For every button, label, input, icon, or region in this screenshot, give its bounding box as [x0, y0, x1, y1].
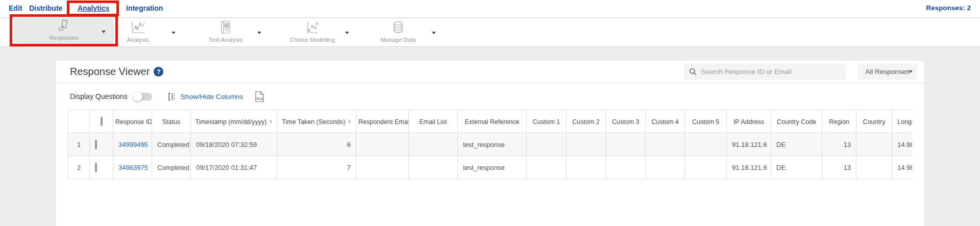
header-custom5: Custom 5	[685, 110, 727, 133]
responses-filter-dropdown[interactable]: All Responses	[857, 63, 917, 80]
toolbar-item-responses[interactable]: Responses	[14, 17, 114, 44]
columns-icon[interactable]	[167, 92, 177, 101]
table-row: 2 34983975 Completed 09/17/2020 01:31:47…	[68, 156, 913, 179]
header-timestamp[interactable]: Timestamp (mm/dd/yyyy)▲▼	[191, 110, 277, 133]
header-select-all	[90, 110, 113, 133]
header-ip-address: IP Address	[727, 110, 771, 133]
search-icon	[689, 68, 697, 76]
email-list-cell	[409, 133, 458, 156]
country-code-cell: DE	[771, 156, 822, 179]
country-code-cell: DE	[771, 133, 822, 156]
nav-tab-edit[interactable]: Edit	[9, 4, 22, 12]
header-response-id[interactable]: Response ID▲▼	[113, 110, 152, 133]
table-header-row: Response ID▲▼ Status Timestamp (mm/dd/yy…	[68, 110, 913, 133]
search-box[interactable]	[684, 63, 846, 80]
time-taken-cell: 7	[277, 156, 356, 179]
sort-icon[interactable]: ▲▼	[269, 119, 272, 123]
header-longitude: Longitude	[892, 110, 913, 133]
header-custom3: Custom 3	[606, 110, 646, 133]
custom5-cell	[685, 133, 727, 156]
toolbar-item-manage-data[interactable]: Manage Data	[365, 19, 431, 45]
row-select-cell	[90, 133, 113, 156]
choice-modelling-dropdown-caret-icon[interactable]	[345, 32, 349, 34]
table-controls: Display Questions Show/Hide Columns XLS	[56, 83, 924, 110]
nav-tab-analytics[interactable]: Analytics	[78, 4, 109, 12]
table-row: 1 34999495 Completed 09/18/2020 07:32:59…	[68, 133, 913, 156]
toggle-knob	[133, 92, 142, 102]
toolbar-label: Manage Data	[380, 37, 415, 43]
header-external-reference: External Reference	[458, 110, 527, 133]
header-email-list: Email List	[409, 110, 458, 133]
custom3-cell	[606, 133, 646, 156]
status-cell: Completed	[152, 133, 191, 156]
header-region: Region	[822, 110, 856, 133]
header-custom1: Custom 1	[527, 110, 567, 133]
toolbar-label: Text Analysis	[209, 37, 242, 43]
choice-modelling-icon	[305, 20, 320, 34]
nav-tab-distribute[interactable]: Distribute	[29, 4, 62, 12]
xls-export-icon[interactable]: XLS	[254, 91, 265, 103]
toolbar-label: Responses	[49, 35, 79, 41]
toolbar-label: Analysis	[127, 37, 149, 43]
toolbar-item-text-analysis[interactable]: Text Analysis	[192, 19, 259, 45]
response-id-cell: 34999495	[113, 133, 152, 156]
card-header: Response Viewer ? All Responses	[56, 61, 924, 83]
respondent-email-cell	[356, 133, 409, 156]
custom4-cell	[646, 156, 685, 179]
help-icon[interactable]: ?	[154, 67, 163, 77]
header-time-taken[interactable]: Time Taken (Seconds)▲▼	[277, 110, 356, 133]
response-viewer-card: Response Viewer ? All Responses Display …	[56, 61, 924, 226]
row-number: 1	[68, 133, 90, 156]
manage-data-icon	[392, 20, 404, 34]
responses-count: Responses: 2	[926, 4, 971, 12]
row-select-cell	[90, 156, 113, 179]
row-checkbox[interactable]	[95, 163, 97, 172]
analysis-icon	[130, 20, 145, 34]
ip-address-cell: 91.18.121.6	[727, 156, 771, 179]
toolbar-item-analysis[interactable]: Analysis	[105, 19, 171, 45]
header-custom4: Custom 4	[646, 110, 685, 133]
row-number: 2	[68, 156, 90, 179]
responses-button[interactable]: Responses	[31, 17, 97, 43]
filter-caret-icon	[909, 70, 913, 73]
external-reference-cell: test_response	[458, 156, 527, 179]
response-id-link[interactable]: 34999495	[118, 141, 148, 148]
region-cell: 13	[822, 156, 856, 179]
ip-address-cell: 91.18.121.6	[727, 133, 771, 156]
analysis-dropdown-caret-icon[interactable]	[172, 32, 176, 34]
responses-table-container: Response ID▲▼ Status Timestamp (mm/dd/yy…	[68, 110, 912, 179]
row-checkbox[interactable]	[95, 140, 97, 149]
filter-value: All Responses	[865, 68, 909, 76]
responses-table: Response ID▲▼ Status Timestamp (mm/dd/yy…	[68, 110, 912, 179]
response-id-cell: 34983975	[113, 156, 152, 179]
select-all-checkbox[interactable]	[101, 117, 103, 126]
country-cell	[856, 133, 892, 156]
top-navbar: Edit Distribute Analytics Integration Re…	[0, 0, 980, 18]
status-cell: Completed	[152, 156, 191, 179]
header-rownum	[68, 110, 90, 133]
custom2-cell	[567, 156, 606, 179]
timestamp-cell: 09/18/2020 07:32:59	[191, 133, 277, 156]
text-analysis-dropdown-caret-icon[interactable]	[257, 32, 261, 34]
custom3-cell	[606, 156, 646, 179]
email-list-cell	[409, 156, 458, 179]
sort-icon[interactable]: ▲▼	[348, 119, 351, 123]
display-questions-toggle[interactable]	[134, 93, 152, 101]
display-questions-label: Display Questions	[70, 92, 128, 101]
response-id-link[interactable]: 34983975	[118, 164, 148, 171]
time-taken-cell: 6	[277, 133, 356, 156]
respondent-email-cell	[356, 156, 409, 179]
external-reference-cell: test_response	[458, 133, 527, 156]
search-input[interactable]	[701, 68, 841, 76]
nav-tab-integration[interactable]: Integration	[126, 4, 163, 12]
custom5-cell	[685, 156, 727, 179]
toolbar-item-choice-modelling[interactable]: Choice Modelling	[279, 19, 346, 45]
show-hide-columns-link[interactable]: Show/Hide Columns	[181, 93, 243, 101]
manage-data-dropdown-caret-icon[interactable]	[432, 32, 436, 34]
toolbar-label: Choice Modelling	[290, 37, 335, 43]
region-cell: 13	[822, 133, 856, 156]
longitude-cell: 14.98	[892, 133, 913, 156]
header-country-code: Country Code	[771, 110, 822, 133]
analytics-toolbar: Responses Analysis Text Analysis	[0, 18, 980, 47]
responses-icon	[57, 18, 70, 32]
